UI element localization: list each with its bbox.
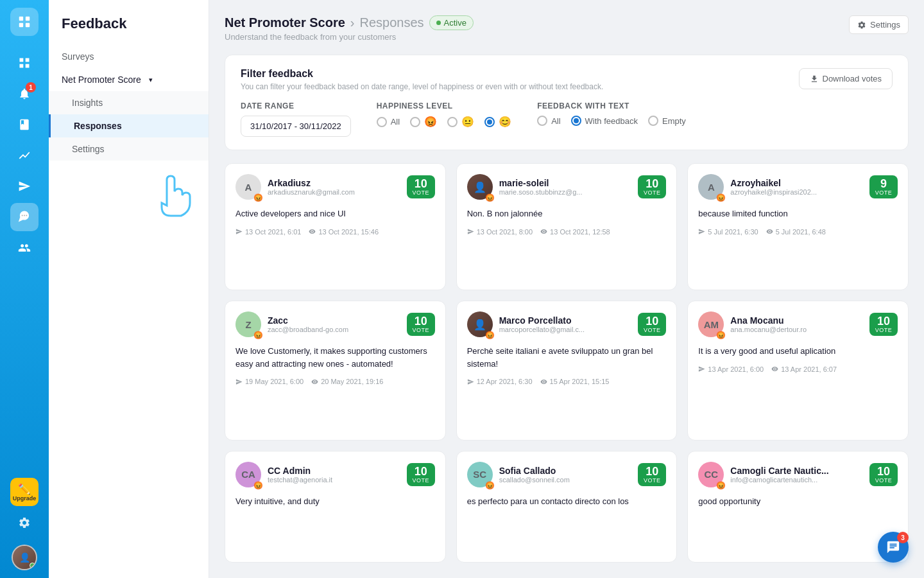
- sentiment-emoji: 😡: [716, 331, 726, 339]
- online-indicator: [30, 563, 35, 568]
- user-avatar[interactable]: 👤: [12, 545, 37, 570]
- feedback-empty-option[interactable]: Empty: [648, 116, 686, 126]
- response-card[interactable]: CA😡 CC Admin testchat@agenoria.it 10 vot…: [225, 451, 446, 563]
- current-page: Responses: [360, 15, 424, 30]
- vote-label: vote: [412, 477, 430, 484]
- user-email: marie.soso.stubbinzz@g...: [499, 188, 583, 196]
- user-email: zacc@broadband-go.com: [268, 326, 348, 333]
- feedback-all-option[interactable]: All: [537, 116, 560, 126]
- user-name: Azroyhaikel: [730, 178, 817, 188]
- feedback-nav-icon[interactable]: [10, 203, 38, 231]
- response-meta: 13 Apr 2021, 6:00 13 Apr 2021, 6:07: [698, 365, 898, 373]
- response-card[interactable]: SC😡 Sofia Callado scallado@sonneil.com 1…: [456, 451, 678, 563]
- sentiment-emoji: 😡: [716, 194, 726, 202]
- viewed-time: 15 Apr 2021, 15:15: [540, 378, 610, 385]
- download-votes-button[interactable]: Download votes: [799, 68, 893, 89]
- filter-row: Date range 31/10/2017 - 30/11/2022 Happi…: [241, 101, 893, 137]
- response-card[interactable]: AM😡 Ana Mocanu ana.mocanu@dertour.ro 10 …: [687, 301, 909, 441]
- response-header: 👤😡 Marco Porcellato marcoporcellato@gmai…: [467, 311, 667, 337]
- response-card[interactable]: Z😡 Zacc zacc@broadband-go.com 10 vote We…: [225, 301, 446, 441]
- response-card[interactable]: A😡 Arkadiusz arkadiusznaruk@gmail.com 10…: [225, 163, 446, 290]
- feedback-empty-radio[interactable]: [648, 116, 658, 126]
- response-text: good opportunity: [698, 495, 898, 508]
- response-card[interactable]: 👤😡 Marco Porcellato marcoporcellato@gmai…: [456, 301, 678, 441]
- user-email: arkadiusznaruk@gmail.com: [268, 188, 355, 196]
- user-details: Camogli Carte Nautic... info@camoglicart…: [730, 466, 828, 484]
- user-email: ana.mocanu@dertour.ro: [730, 326, 807, 333]
- feedback-all-radio[interactable]: [537, 116, 547, 126]
- settings-icon[interactable]: [10, 509, 38, 537]
- sentiment-emoji: 😡: [253, 194, 263, 202]
- sidebar-title: Feedback: [49, 15, 209, 45]
- book-nav-icon[interactable]: [10, 110, 38, 139]
- response-header: CC😡 Camogli Carte Nautic... info@camogli…: [698, 462, 898, 487]
- sidebar-subitem-insights[interactable]: Insights: [49, 91, 209, 114]
- settings-button[interactable]: Settings: [849, 15, 909, 34]
- user-name: Zacc: [268, 315, 348, 326]
- chat-bubble-button[interactable]: 3: [878, 532, 909, 563]
- viewed-time: 20 May 2021, 19:16: [311, 378, 383, 385]
- vote-number: 10: [875, 466, 893, 477]
- sidebar-subitem-responses[interactable]: Responses: [49, 114, 209, 137]
- user-info: 👤😡 marie-soleil marie.soso.stubbinzz@g..…: [467, 174, 583, 200]
- happiness-happy-option[interactable]: 😊: [484, 116, 511, 128]
- user-details: Zacc zacc@broadband-go.com: [268, 315, 348, 333]
- sidebar-item-surveys[interactable]: Surveys: [49, 45, 209, 68]
- viewed-time: 13 Oct 2021, 12:58: [540, 228, 610, 236]
- happiness-all-radio[interactable]: [377, 117, 387, 127]
- user-details: Ana Mocanu ana.mocanu@dertour.ro: [730, 315, 807, 333]
- user-details: Arkadiusz arkadiusznaruk@gmail.com: [268, 178, 355, 196]
- svg-rect-4: [20, 58, 24, 62]
- sidebar-subitem-settings[interactable]: Settings: [49, 137, 209, 161]
- sentiment-emoji: 😡: [253, 482, 263, 489]
- user-info: Z😡 Zacc zacc@broadband-go.com: [235, 311, 348, 337]
- response-text: Non. B non jalonnée: [467, 207, 667, 220]
- people-nav-icon[interactable]: [10, 234, 38, 262]
- svg-rect-1: [26, 17, 30, 21]
- chart-nav-icon[interactable]: [10, 141, 38, 170]
- happiness-all-option[interactable]: All: [377, 117, 400, 127]
- send-nav-icon[interactable]: [10, 172, 38, 200]
- svg-point-10: [26, 215, 27, 216]
- vote-number: 10: [412, 178, 430, 189]
- happiness-happy-radio[interactable]: [484, 117, 495, 127]
- sentiment-emoji: 😡: [485, 482, 495, 489]
- upgrade-button[interactable]: ✏️ Upgrade: [10, 478, 38, 506]
- bell-nav-icon[interactable]: 1: [10, 80, 38, 108]
- vote-badge: 10 vote: [638, 463, 666, 486]
- vote-label: vote: [643, 477, 661, 484]
- happiness-neutral-option[interactable]: 😐: [447, 116, 474, 128]
- vote-badge: 10 vote: [407, 175, 435, 198]
- response-header: CA😡 CC Admin testchat@agenoria.it 10 vot…: [235, 462, 435, 487]
- response-card[interactable]: CC😡 Camogli Carte Nautic... info@camogli…: [687, 451, 909, 563]
- user-email: scallado@sonneil.com: [499, 476, 570, 484]
- vote-label: vote: [643, 189, 661, 196]
- responses-grid: A😡 Arkadiusz arkadiusznaruk@gmail.com 10…: [225, 163, 909, 563]
- sentiment-emoji: 😡: [716, 482, 726, 489]
- response-card[interactable]: A😡 Azroyhaikel azroyhaikel@inspirasi202.…: [687, 163, 909, 290]
- happiness-angry-option[interactable]: 😡: [410, 116, 437, 128]
- happiness-angry-radio[interactable]: [410, 117, 420, 127]
- vote-label: vote: [875, 477, 893, 484]
- vote-badge: 10 vote: [407, 463, 435, 486]
- feedback-with-radio[interactable]: [571, 116, 581, 126]
- user-email: info@camoglicartenautich...: [730, 476, 828, 484]
- sent-time: 13 Oct 2021, 8:00: [467, 228, 533, 236]
- vote-label: vote: [875, 189, 893, 196]
- sentiment-emoji: 😡: [485, 194, 495, 202]
- user-email: azroyhaikel@inspirasi202...: [730, 188, 817, 196]
- happiness-neutral-radio[interactable]: [447, 117, 458, 127]
- feedback-with-option[interactable]: With feedback: [571, 116, 638, 126]
- logo-button[interactable]: [10, 8, 38, 36]
- user-name: Arkadiusz: [268, 178, 355, 188]
- response-text: Active developers and nice UI: [235, 207, 435, 220]
- sidebar-item-nps[interactable]: Net Promoter Score ▾: [49, 68, 209, 91]
- grid-nav-icon[interactable]: [10, 49, 38, 77]
- response-card[interactable]: 👤😡 marie-soleil marie.soso.stubbinzz@g..…: [456, 163, 678, 290]
- response-text: We love Customerly, it makes supporting …: [235, 345, 435, 370]
- response-header: A😡 Arkadiusz arkadiusznaruk@gmail.com 10…: [235, 174, 435, 200]
- response-header: A😡 Azroyhaikel azroyhaikel@inspirasi202.…: [698, 174, 898, 200]
- vote-badge: 10 vote: [869, 313, 898, 336]
- date-range-input[interactable]: 31/10/2017 - 30/11/2022: [241, 116, 351, 137]
- user-details: Sofia Callado scallado@sonneil.com: [499, 466, 570, 484]
